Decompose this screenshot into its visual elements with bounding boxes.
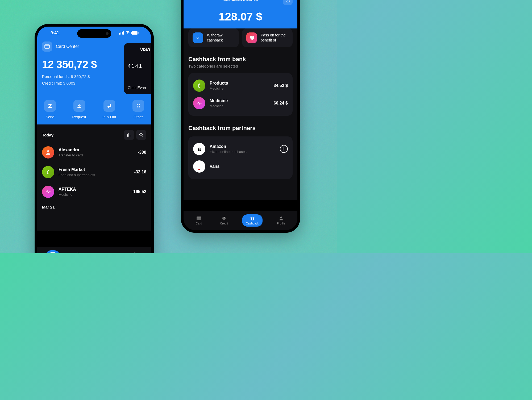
heart-icon-box (246, 32, 257, 43)
tab-card[interactable]: Card (192, 214, 206, 227)
action-send[interactable]: Send (44, 100, 56, 119)
partner-sub: 4% on online purchases (210, 150, 276, 154)
action-other[interactable]: Other (132, 100, 144, 119)
svg-rect-28 (252, 217, 253, 220)
stats-button[interactable] (124, 130, 134, 140)
svg-point-7 (47, 150, 49, 152)
transactions-panel: Today Alexandra Tr (37, 124, 151, 231)
personal-funds-row: Personal funds: 9 350,72 $ (42, 74, 124, 79)
credit-limit-row: Credit limit: 3 000$ (42, 81, 124, 85)
screen-right: Cashback balance 128.07 $ Withdraw cashb… (184, 0, 297, 230)
transaction-list: Alexandra Transfer to card -300 Fresh Ma… (42, 143, 146, 209)
phone-frame-left: 9:41 Card Center 12 350,72 $ Personal fu (35, 24, 154, 253)
tab-credit[interactable]: Credit (70, 250, 85, 253)
tx-sub: Food and supermarkets (59, 173, 130, 177)
partner-name: Amazon (210, 144, 276, 149)
personal-funds-label: Personal funds: (42, 74, 70, 79)
avatar (42, 166, 54, 178)
svg-rect-24 (197, 218, 201, 218)
avatar (42, 146, 54, 159)
profile-icon (132, 252, 138, 253)
pie-icon (221, 216, 227, 221)
pie-icon (75, 252, 80, 253)
cashback-panel: Cashback from bank Two categories are se… (184, 47, 297, 200)
svg-point-16 (134, 252, 135, 253)
tx-amount: -165.52 (132, 189, 146, 194)
credit-limit-value: 3 000$ (63, 81, 75, 85)
tx-name: Fresh Market (59, 167, 130, 172)
svg-point-2 (137, 104, 138, 105)
quick-card-text: Withdraw cashback (207, 33, 223, 43)
transaction-row[interactable]: Fresh Market Food and supermarkets -32.1… (42, 162, 146, 182)
action-request[interactable]: Request (72, 100, 86, 119)
person-icon (45, 149, 51, 156)
transaction-row[interactable]: Alexandra Transfer to card -300 (42, 143, 146, 162)
plus-icon (282, 147, 286, 151)
battery-icon (131, 31, 138, 35)
avatar (193, 80, 205, 92)
card-icon (196, 216, 202, 221)
svg-rect-1 (45, 45, 49, 46)
avatar (193, 97, 205, 109)
bar-chart-icon (127, 132, 131, 137)
balance-area: 12 350,72 $ Personal funds: 9 350,72 $ C… (42, 59, 124, 85)
svg-rect-9 (48, 170, 49, 171)
personal-funds-value: 9 350,72 $ (71, 74, 90, 79)
partner-row[interactable]: a Amazon 4% on online purchases (193, 140, 288, 158)
avatar: ━ (193, 160, 205, 173)
withdraw-card[interactable]: Withdraw cashback (188, 28, 239, 47)
card-icon-button[interactable] (42, 41, 52, 52)
amazon-logo-icon: a (198, 145, 201, 152)
action-inout[interactable]: In & Out (102, 100, 116, 119)
send-icon (47, 103, 53, 109)
tx-name: Alexandra (59, 148, 134, 152)
tab-cashback[interactable]: Cashback (242, 214, 263, 227)
cashback-title: Cashback balance (223, 0, 258, 2)
bank-cashback-card: Products Medicine 34.52 $ Medicine Medic… (188, 73, 293, 116)
cb-sub: Medicine (210, 104, 269, 108)
cb-amount: 60.24 $ (274, 101, 288, 106)
download-icon (195, 35, 201, 40)
action-label: Other (134, 115, 143, 119)
donate-card[interactable]: Pass on for the benefit of (242, 28, 293, 47)
search-button[interactable] (136, 130, 146, 140)
svg-rect-8 (47, 171, 49, 174)
vans-logo-icon: ━ (198, 168, 200, 171)
tab-card[interactable]: Card (46, 250, 60, 253)
svg-point-5 (139, 106, 140, 107)
partner-row[interactable]: ━ Vans (193, 158, 288, 175)
partners-card: a Amazon 4% on online purchases ━ (188, 136, 293, 179)
cashback-balance: 128.07 $ (188, 10, 293, 23)
tab-bar: Card Credit Cashback Profile (184, 211, 297, 230)
tab-credit[interactable]: Credit (216, 214, 231, 227)
date-divider: Mar 21 (42, 205, 146, 209)
tab-profile[interactable]: Profile (127, 250, 143, 253)
action-label: Send (46, 115, 55, 119)
visa-card[interactable]: VISA 4141 Chris Evan (124, 43, 151, 94)
section-header-row: Today (42, 130, 146, 140)
svg-rect-0 (45, 45, 49, 48)
add-button[interactable] (280, 145, 288, 153)
cashback-title-row: Cashback balance (188, 0, 293, 2)
cashback-row[interactable]: Medicine Medicine 60.24 $ (193, 94, 288, 112)
partner-name: Vans (210, 164, 288, 169)
gift-icon (103, 252, 109, 253)
svg-point-4 (137, 106, 138, 107)
grid-icon (136, 103, 141, 109)
balance-row: 12 350,72 $ Personal funds: 9 350,72 $ C… (42, 59, 146, 94)
tx-amount: -32.16 (134, 170, 146, 174)
wifi-icon (126, 31, 130, 35)
quick-card-text: Pass on for the benefit of (261, 33, 286, 43)
svg-rect-23 (197, 216, 201, 220)
quick-actions: Send Request In & Out Other (42, 94, 146, 119)
card-last4: 4141 (128, 63, 150, 69)
heart-icon (249, 35, 254, 40)
svg-rect-19 (288, 0, 288, 1)
header-title: Card Center (56, 44, 79, 49)
transaction-row[interactable]: APTEKA Medicine -165.52 (42, 182, 146, 202)
tab-cashback[interactable]: Cashback (96, 250, 116, 253)
cashback-row[interactable]: Products Medicine 34.52 $ (193, 77, 288, 94)
tx-amount: -300 (138, 150, 146, 155)
tab-profile[interactable]: Profile (273, 214, 289, 227)
info-button[interactable] (283, 0, 293, 5)
